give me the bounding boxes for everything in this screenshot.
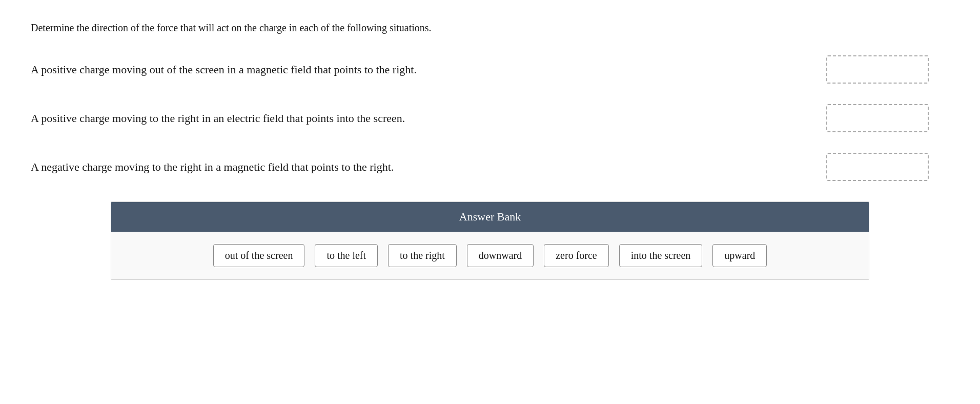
answer-option-4[interactable]: downward xyxy=(467,244,534,267)
questions-container: A positive charge moving out of the scre… xyxy=(31,55,949,181)
answer-drop-zone-1[interactable] xyxy=(826,55,929,84)
question-row-2: A positive charge moving to the right in… xyxy=(31,104,949,132)
instructions-text: Determine the direction of the force tha… xyxy=(31,21,949,35)
answer-option-3[interactable]: to the right xyxy=(388,244,457,267)
answer-drop-zone-2[interactable] xyxy=(826,104,929,132)
answer-bank-items: out of the screen to the left to the rig… xyxy=(111,232,869,279)
answer-drop-zone-3[interactable] xyxy=(826,153,929,181)
answer-option-5[interactable]: zero force xyxy=(544,244,609,267)
question-text-3: A negative charge moving to the right in… xyxy=(31,158,748,175)
answer-option-7[interactable]: upward xyxy=(712,244,767,267)
question-text-1: A positive charge moving out of the scre… xyxy=(31,61,748,78)
question-row-3: A negative charge moving to the right in… xyxy=(31,153,949,181)
answer-option-1[interactable]: out of the screen xyxy=(213,244,305,267)
answer-bank-header: Answer Bank xyxy=(111,202,869,232)
question-row-1: A positive charge moving out of the scre… xyxy=(31,55,949,84)
answer-option-2[interactable]: to the left xyxy=(315,244,378,267)
answer-bank: Answer Bank out of the screen to the lef… xyxy=(111,201,869,280)
answer-option-6[interactable]: into the screen xyxy=(619,244,703,267)
question-text-2: A positive charge moving to the right in… xyxy=(31,110,748,127)
